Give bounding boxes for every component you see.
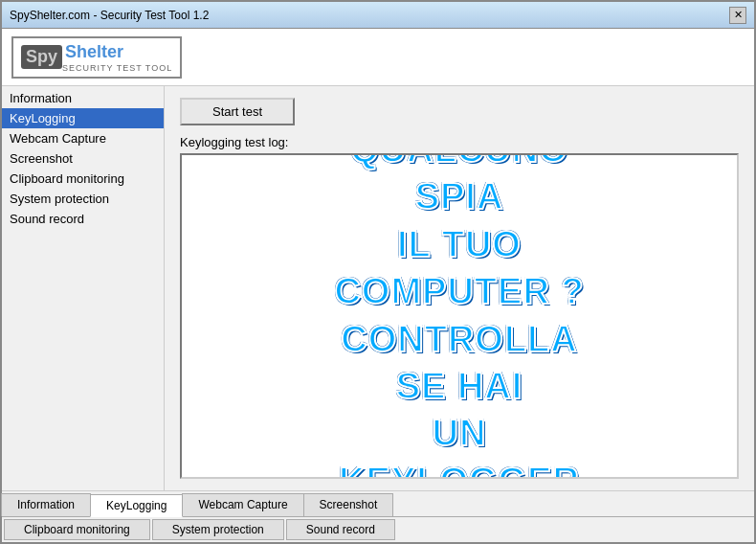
- log-label: Keylogging test log:: [180, 135, 739, 149]
- window-title: SpyShelter.com - Security Test Tool 1.2: [10, 9, 209, 22]
- logo-right: Shelter SECURITY TEST TOOL: [62, 42, 172, 73]
- sidebar-item-system[interactable]: System protection: [2, 189, 164, 209]
- sidebar-item-webcam[interactable]: Webcam Capture: [2, 128, 164, 148]
- bottom-tab-keylogging[interactable]: KeyLogging: [90, 494, 183, 517]
- sidebar-item-sound[interactable]: Sound record: [2, 209, 164, 229]
- bottom-tab-information[interactable]: Information: [1, 493, 91, 516]
- title-bar: SpyShelter.com - Security Test Tool 1.2 …: [2, 2, 754, 29]
- logo-spy: Spy: [21, 45, 62, 69]
- sidebar-item-clipboard[interactable]: Clipboard monitoring: [2, 169, 164, 189]
- content-area: Spy Shelter SECURITY TEST TOOL Informati…: [2, 29, 754, 542]
- overlay-line3: CONTROLLA SE HAI: [321, 316, 598, 411]
- bottom-tabs: Information KeyLogging Webcam Capture Sc…: [2, 490, 754, 542]
- bottom-tab-webcam[interactable]: Webcam Capture: [182, 493, 303, 516]
- bottom-tab-clipboard[interactable]: Clipboard monitoring: [4, 519, 150, 540]
- main-area: Information KeyLogging Webcam Capture Sc…: [2, 86, 754, 490]
- overlay-text: QUALCUNO SPIA IL TUO COMPUTER ? CONTROLL…: [321, 153, 598, 479]
- sidebar-item-screenshot[interactable]: Screenshot: [2, 148, 164, 169]
- logo-subtitle: SECURITY TEST TOOL: [62, 63, 172, 73]
- bottom-tab-system[interactable]: System protection: [152, 519, 284, 540]
- overlay-line2: IL TUO COMPUTER ?: [321, 221, 598, 316]
- sidebar-item-keylogging[interactable]: KeyLogging: [2, 108, 164, 128]
- log-area: QUALCUNO SPIA IL TUO COMPUTER ? CONTROLL…: [180, 153, 739, 479]
- logo-shelter: Shelter: [65, 42, 123, 61]
- bottom-tab-screenshot[interactable]: Screenshot: [303, 493, 394, 516]
- overlay-line1: QUALCUNO SPIA: [321, 153, 598, 221]
- main-window: SpyShelter.com - Security Test Tool 1.2 …: [0, 0, 756, 544]
- logo: Spy Shelter SECURITY TEST TOOL: [11, 36, 182, 79]
- logo-bar: Spy Shelter SECURITY TEST TOOL: [2, 29, 754, 86]
- close-button[interactable]: ✕: [729, 7, 746, 24]
- sidebar: Information KeyLogging Webcam Capture Sc…: [2, 86, 165, 490]
- bottom-tabs-row2: Clipboard monitoring System protection S…: [2, 517, 754, 542]
- bottom-tab-sound[interactable]: Sound record: [286, 519, 395, 540]
- start-test-button[interactable]: Start test: [180, 98, 295, 125]
- sidebar-item-information[interactable]: Information: [2, 88, 164, 108]
- bottom-tabs-row1: Information KeyLogging Webcam Capture Sc…: [2, 491, 754, 517]
- overlay-line4: UN KEYLOGGER: [321, 411, 598, 479]
- main-panel: Start test Keylogging test log: QUALCUNO…: [165, 86, 754, 490]
